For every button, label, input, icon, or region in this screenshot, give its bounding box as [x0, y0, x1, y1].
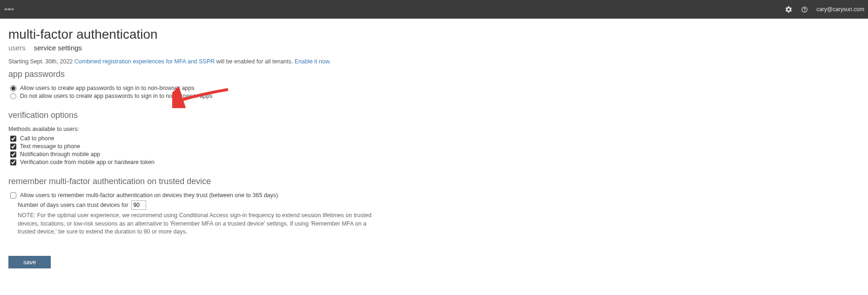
check-code[interactable]: Verification code from mobile app or har…	[10, 159, 550, 165]
top-bar: cary@carysun.com	[0, 0, 868, 19]
check-remember-label: Allow users to remember multi-factor aut…	[20, 192, 278, 199]
check-remember-mfa[interactable]: Allow users to remember multi-factor aut…	[10, 192, 550, 199]
radio-deny-label: Do not allow users to create app passwor…	[20, 93, 212, 99]
banner-prefix: Starting Sept. 30th, 2022	[8, 58, 74, 65]
heading-verification: verification options	[8, 110, 550, 120]
tab-service-settings[interactable]: service settings	[34, 44, 82, 52]
help-icon[interactable]	[801, 6, 808, 13]
radio-allow-app-passwords[interactable]: Allow users to create app passwords to s…	[10, 85, 550, 91]
check-text-input[interactable]	[10, 144, 16, 150]
heading-app-passwords: app passwords	[8, 69, 550, 79]
tab-bar: users service settings	[8, 44, 550, 52]
app-launcher-icon[interactable]	[5, 5, 13, 14]
check-code-input[interactable]	[10, 159, 16, 165]
days-input[interactable]	[131, 200, 146, 210]
radio-allow-input[interactable]	[10, 85, 16, 91]
heading-remember: remember multi-factor authentication on …	[8, 177, 550, 186]
banner-link-enable[interactable]: Enable it now.	[295, 58, 331, 65]
banner-message: Starting Sept. 30th, 2022 Combined regis…	[8, 58, 550, 65]
check-notification[interactable]: Notification through mobile app	[10, 151, 550, 158]
radio-deny-app-passwords[interactable]: Do not allow users to create app passwor…	[10, 93, 550, 99]
verification-sublabel: Methods available to users:	[8, 126, 550, 132]
remember-note: NOTE: For the optimal user experience, w…	[18, 212, 385, 236]
radio-allow-label: Allow users to create app passwords to s…	[20, 85, 195, 91]
check-remember-input[interactable]	[10, 192, 16, 199]
check-call-input[interactable]	[10, 136, 16, 142]
check-code-label: Verification code from mobile app or har…	[20, 159, 155, 165]
days-label: Number of days users can trust devices f…	[18, 202, 128, 208]
check-call-label: Call to phone	[20, 135, 54, 142]
banner-link-combined[interactable]: Combined registration experiences for MF…	[74, 58, 215, 65]
tab-users[interactable]: users	[8, 44, 26, 52]
main-content: multi-factor authentication users servic…	[0, 19, 558, 282]
radio-deny-input[interactable]	[10, 93, 16, 99]
gear-icon[interactable]	[785, 6, 793, 14]
user-email[interactable]: cary@carysun.com	[816, 6, 864, 13]
section-app-passwords: app passwords Allow users to create app …	[8, 69, 550, 99]
check-notification-label: Notification through mobile app	[20, 151, 100, 158]
banner-mid: will be enabled for all tenants.	[215, 58, 295, 65]
save-button[interactable]: save	[8, 256, 51, 268]
check-call-phone[interactable]: Call to phone	[10, 135, 550, 142]
check-notification-input[interactable]	[10, 151, 16, 158]
check-text-phone[interactable]: Text message to phone	[10, 143, 550, 150]
section-remember-mfa: remember multi-factor authentication on …	[8, 177, 550, 236]
section-verification-options: verification options Methods available t…	[8, 110, 550, 165]
page-title: multi-factor authentication	[8, 27, 550, 42]
check-text-label: Text message to phone	[20, 143, 80, 150]
